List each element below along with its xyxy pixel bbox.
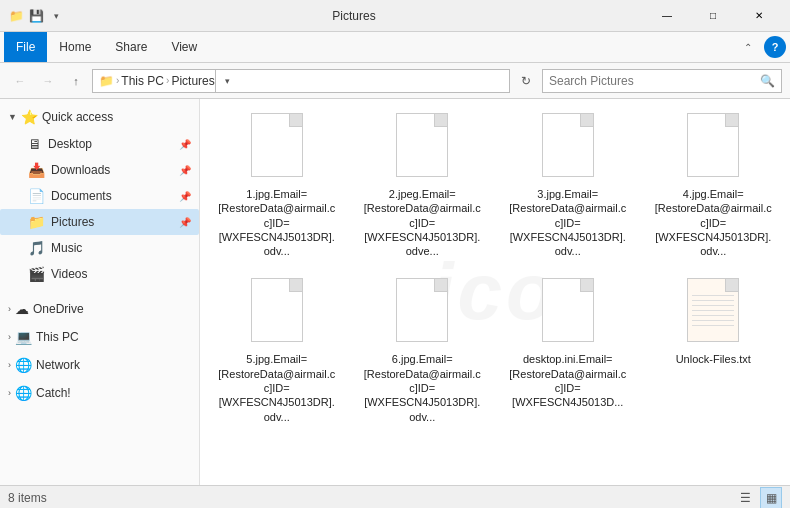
file-page-1	[251, 113, 303, 177]
file-icon-3	[538, 113, 598, 183]
file-page-4	[687, 113, 739, 177]
sidebar-item-music[interactable]: 🎵 Music	[0, 235, 199, 261]
tab-home[interactable]: Home	[47, 32, 103, 62]
file-label-8: Unlock-Files.txt	[676, 352, 751, 366]
file-item-8[interactable]: Unlock-Files.txt	[645, 272, 783, 429]
tab-file[interactable]: File	[4, 32, 47, 62]
network-chevron: ›	[8, 360, 11, 370]
file-label-2: 2.jpeg.Email=[RestoreData@airmail.cc]ID=…	[362, 187, 482, 258]
file-icon-6	[392, 278, 452, 348]
window-title: Pictures	[64, 9, 644, 23]
sidebar-catch-header[interactable]: › 🌐 Catch!	[0, 379, 199, 407]
file-icon-8	[683, 278, 743, 348]
sidebar-item-documents[interactable]: 📄 Documents 📌	[0, 183, 199, 209]
downloads-icon: 📥	[28, 162, 45, 178]
spacer-1	[0, 287, 199, 295]
sidebar: ▼ ⭐ Quick access 🖥 Desktop 📌 📥 Downloads…	[0, 99, 200, 485]
list-view-button[interactable]: ☰	[734, 487, 756, 509]
file-item-4[interactable]: 4.jpg.Email=[RestoreData@airmail.cc]ID=[…	[645, 107, 783, 264]
sidebar-pictures-label: Pictures	[51, 215, 94, 229]
file-grid: 1.jpg.Email=[RestoreData@airmail.cc]ID=[…	[208, 107, 782, 430]
sidebar-videos-label: Videos	[51, 267, 87, 281]
path-sep-2: ›	[166, 75, 169, 86]
path-sep-1: ›	[116, 75, 119, 86]
file-label-7: desktop.ini.Email=[RestoreData@airmail.c…	[508, 352, 628, 409]
back-button[interactable]: ←	[8, 69, 32, 93]
sidebar-music-label: Music	[51, 241, 82, 255]
help-button[interactable]: ?	[764, 36, 786, 58]
file-item-2[interactable]: 2.jpeg.Email=[RestoreData@airmail.cc]ID=…	[354, 107, 492, 264]
documents-icon: 📄	[28, 188, 45, 204]
file-item-3[interactable]: 3.jpg.Email=[RestoreData@airmail.cc]ID=[…	[499, 107, 637, 264]
catch-chevron: ›	[8, 388, 11, 398]
sidebar-catch-label: Catch!	[36, 386, 71, 400]
file-item-7[interactable]: desktop.ini.Email=[RestoreData@airmail.c…	[499, 272, 637, 429]
quickaccess-star-icon: ⭐	[21, 109, 38, 125]
music-icon: 🎵	[28, 240, 45, 256]
ribbon-expand-area: ⌃ ?	[736, 35, 786, 59]
pin-icon-downloads: 📌	[179, 165, 191, 176]
desktop-icon: 🖥	[28, 136, 42, 152]
pin-icon-desktop: 📌	[179, 139, 191, 150]
address-dropdown-button[interactable]: ▾	[215, 69, 239, 93]
sidebar-onedrive-header[interactable]: › ☁ OneDrive	[0, 295, 199, 323]
sidebar-thispc-header[interactable]: › 💻 This PC	[0, 323, 199, 351]
thispc-icon: 💻	[15, 329, 32, 345]
file-page-8	[687, 278, 739, 342]
up-button[interactable]: ↑	[64, 69, 88, 93]
sidebar-quickaccess-header[interactable]: ▼ ⭐ Quick access	[0, 103, 199, 131]
title-bar-icons: 📁 💾 ▾	[8, 8, 64, 24]
file-icon-2	[392, 113, 452, 183]
refresh-button[interactable]: ↻	[514, 69, 538, 93]
file-label-4: 4.jpg.Email=[RestoreData@airmail.cc]ID=[…	[653, 187, 773, 258]
address-path[interactable]: 📁 › This PC › Pictures ▾	[92, 69, 510, 93]
file-page-2	[396, 113, 448, 177]
file-label-5: 5.jpg.Email=[RestoreData@airmail.cc]ID=[…	[217, 352, 337, 423]
pictures-icon: 📁	[28, 214, 45, 230]
sidebar-item-pictures[interactable]: 📁 Pictures 📌	[0, 209, 199, 235]
status-bar: 8 items ☰ ▦	[0, 485, 790, 508]
quickaccess-chevron: ▼	[8, 112, 17, 122]
close-button[interactable]: ✕	[736, 0, 782, 32]
file-icon-1	[247, 113, 307, 183]
network-icon: 🌐	[15, 357, 32, 373]
file-icon-4	[683, 113, 743, 183]
file-page-7	[542, 278, 594, 342]
title-bar: 📁 💾 ▾ Pictures — □ ✕	[0, 0, 790, 32]
ribbon: File Home Share View ⌃ ?	[0, 32, 790, 63]
sidebar-onedrive-label: OneDrive	[33, 302, 84, 316]
pin-icon-documents: 📌	[179, 191, 191, 202]
folder-icon: 📁	[8, 8, 24, 24]
file-label-6: 6.jpg.Email=[RestoreData@airmail.cc]ID=[…	[362, 352, 482, 423]
sidebar-thispc-label: This PC	[36, 330, 79, 344]
maximize-button[interactable]: □	[690, 0, 736, 32]
sidebar-downloads-label: Downloads	[51, 163, 110, 177]
file-item-6[interactable]: 6.jpg.Email=[RestoreData@airmail.cc]ID=[…	[354, 272, 492, 429]
tab-share[interactable]: Share	[103, 32, 159, 62]
sidebar-desktop-label: Desktop	[48, 137, 92, 151]
search-input[interactable]	[549, 74, 760, 88]
tab-view[interactable]: View	[159, 32, 209, 62]
content-area: jco 1.jpg.Email=[RestoreData@airmail.cc]…	[200, 99, 790, 485]
sidebar-network-header[interactable]: › 🌐 Network	[0, 351, 199, 379]
videos-icon: 🎬	[28, 266, 45, 282]
search-icon[interactable]: 🔍	[760, 74, 775, 88]
ribbon-collapse-button[interactable]: ⌃	[736, 35, 760, 59]
status-bar-right: ☰ ▦	[734, 487, 782, 509]
file-page-6	[396, 278, 448, 342]
file-item-1[interactable]: 1.jpg.Email=[RestoreData@airmail.cc]ID=[…	[208, 107, 346, 264]
minimize-button[interactable]: —	[644, 0, 690, 32]
file-item-5[interactable]: 5.jpg.Email=[RestoreData@airmail.cc]ID=[…	[208, 272, 346, 429]
ribbon-tabs: File Home Share View ⌃ ?	[0, 32, 790, 62]
path-pictures[interactable]: Pictures	[171, 74, 214, 88]
sidebar-item-videos[interactable]: 🎬 Videos	[0, 261, 199, 287]
search-box[interactable]: 🔍	[542, 69, 782, 93]
forward-button[interactable]: →	[36, 69, 60, 93]
sidebar-item-downloads[interactable]: 📥 Downloads 📌	[0, 157, 199, 183]
file-label-3: 3.jpg.Email=[RestoreData@airmail.cc]ID=[…	[508, 187, 628, 258]
file-icon-5	[247, 278, 307, 348]
address-bar: ← → ↑ 📁 › This PC › Pictures ▾ ↻ 🔍	[0, 63, 790, 99]
sidebar-item-desktop[interactable]: 🖥 Desktop 📌	[0, 131, 199, 157]
path-this-pc[interactable]: This PC	[121, 74, 164, 88]
grid-view-button[interactable]: ▦	[760, 487, 782, 509]
